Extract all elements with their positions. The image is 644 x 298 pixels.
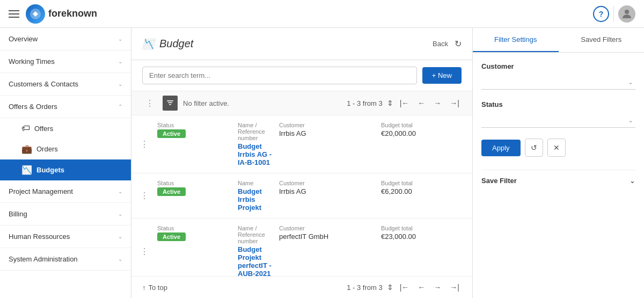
budget-label: Budget total: [381, 225, 462, 231]
status-filter-label: Status: [481, 100, 635, 108]
hamburger-menu[interactable]: [9, 10, 19, 18]
customer-label: Customer: [279, 122, 376, 128]
save-filter-section[interactable]: Save Filter ⌄: [481, 170, 635, 191]
first-page-button-bottom[interactable]: |←: [398, 282, 412, 293]
sidebar-item-overview[interactable]: Overview ⌄: [0, 28, 131, 50]
sidebar-sub-offers-label: Offers: [34, 125, 53, 133]
last-page-button[interactable]: →|: [448, 98, 462, 108]
sidebar-item-billing[interactable]: Billing ⌄: [0, 203, 131, 226]
last-page-button-bottom[interactable]: →|: [448, 282, 462, 293]
chevron-down-icon: ⌄: [630, 177, 635, 185]
name-label: Name / Reference number: [238, 225, 274, 244]
name-label: Name / Reference number: [238, 122, 274, 141]
sidebar-sub-offers[interactable]: 🏷 Offers: [0, 118, 131, 139]
chevron-down-icon: ⌄: [118, 59, 122, 64]
topbar-right: ?: [593, 5, 635, 23]
name-value[interactable]: Budget Projekt perfectIT - AUB-2021: [238, 245, 274, 276]
reset-filter-button[interactable]: ↺: [525, 139, 543, 157]
status-cell: Status Active: [157, 122, 232, 166]
sort-button-bottom[interactable]: ⇕: [387, 283, 393, 292]
pagination-text-bottom: 1 - 3 from 3: [347, 284, 382, 292]
user-avatar[interactable]: [618, 5, 635, 23]
status-badge: Active: [157, 129, 186, 138]
budget-value: €23,000.00: [381, 232, 462, 241]
status-select[interactable]: [481, 113, 635, 128]
sidebar-sub-orders-label: Orders: [36, 145, 58, 153]
name-cell: Name / Reference number Budget Irrbis AG…: [238, 122, 274, 166]
sidebar-item-human-ressources[interactable]: Human Ressources ⌄: [0, 226, 131, 248]
row-menu-button[interactable]: ⋮: [137, 245, 152, 258]
back-button[interactable]: Back: [433, 40, 448, 48]
sidebar-item-working-times[interactable]: Working Times ⌄: [0, 50, 131, 73]
help-button[interactable]: ?: [593, 6, 609, 22]
chevron-down-icon: ⌄: [118, 81, 122, 87]
chevron-up-icon: ⌃: [118, 104, 122, 110]
svg-point-1: [625, 10, 629, 14]
customer-value: perfectIT GmbH: [279, 232, 376, 241]
svg-rect-3: [168, 103, 172, 104]
search-toolbar: + New: [131, 60, 472, 91]
customer-filter-label: Customer: [481, 62, 635, 70]
sidebar-item-project-management[interactable]: Project Management ⌄: [0, 180, 131, 203]
status-label: Status: [157, 225, 232, 231]
first-page-button[interactable]: |←: [398, 98, 412, 108]
budget-cell: Budget total €20,000.00: [381, 122, 462, 166]
next-page-button-bottom[interactable]: →: [431, 282, 443, 293]
customer-cell: Customer Irrbis AG: [279, 122, 376, 166]
sort-button[interactable]: ⇕: [387, 99, 393, 107]
brand: foreknown: [26, 4, 97, 24]
page-title: Budget: [159, 38, 193, 50]
to-top-arrow-icon: ↑: [142, 284, 146, 292]
next-page-button[interactable]: →: [431, 98, 443, 108]
sidebar-item-system-administration-label: System Administration: [9, 255, 78, 263]
sidebar-item-customers-contacts-label: Customers & Contacts: [9, 80, 78, 88]
sidebar-item-working-times-label: Working Times: [9, 57, 55, 66]
customer-cell: Customer perfectIT GmbH: [279, 225, 376, 276]
name-value[interactable]: Budget Irrbis Projekt: [238, 187, 274, 212]
search-input[interactable]: [142, 67, 417, 84]
sidebar-item-offers-orders[interactable]: Offers & Orders ⌃: [0, 96, 131, 118]
name-cell: Name Budget Irrbis Projekt: [238, 180, 274, 212]
save-filter-label: Save Filter: [481, 177, 517, 185]
content-area: 📉 Budget Back ↻ + New ⋮ No filter active…: [131, 28, 472, 298]
row-content: Status Active Name Budget Irrbis Projekt…: [157, 180, 462, 212]
sidebar-item-overview-label: Overview: [9, 35, 38, 43]
status-label: Status: [157, 180, 232, 186]
pagination-text-top: 1 - 3 from 3: [347, 99, 382, 107]
customer-filter-wrapper: ⌄: [481, 75, 635, 90]
filter-bar: ⋮ No filter active. 1 - 3 from 3 ⇕ |← ← …: [131, 91, 472, 115]
row-menu-button[interactable]: ⋮: [137, 138, 152, 150]
sidebar-sub-budgets-label: Budgets: [36, 166, 64, 174]
sidebar-sub-orders[interactable]: 💼 Orders: [0, 139, 131, 159]
sidebar-item-human-ressources-label: Human Ressources: [9, 232, 70, 241]
table-area: ⋮ Status Active Name / Reference number …: [131, 115, 472, 276]
row-menu-button[interactable]: ⋮: [137, 190, 152, 202]
customer-select[interactable]: [481, 75, 635, 90]
budget-cell: Budget total €6,200.00: [381, 180, 462, 212]
sidebar-item-customers-contacts[interactable]: Customers & Contacts ⌄: [0, 73, 131, 96]
sidebar: Overview ⌄ Working Times ⌄ Customers & C…: [0, 28, 131, 298]
prev-page-button-bottom[interactable]: ←: [415, 282, 427, 293]
customer-label: Customer: [279, 180, 376, 186]
sidebar-sub-budgets[interactable]: 📉 Budgets: [0, 159, 131, 180]
prev-page-button[interactable]: ←: [415, 98, 427, 108]
main-layout: Overview ⌄ Working Times ⌄ Customers & C…: [0, 28, 644, 298]
status-badge: Active: [157, 187, 186, 196]
tab-filter-settings[interactable]: Filter Settings: [473, 28, 559, 52]
apply-button[interactable]: Apply: [481, 140, 521, 156]
filter-menu-button[interactable]: ⋮: [142, 97, 157, 110]
status-label: Status: [157, 122, 232, 128]
sidebar-item-system-administration[interactable]: System Administration ⌄: [0, 248, 131, 271]
bottom-bar: ↑ To top 1 - 3 from 3 ⇕ |← ← → →|: [131, 276, 472, 298]
new-button[interactable]: + New: [422, 67, 462, 84]
sidebar-item-project-management-label: Project Management: [9, 187, 73, 195]
table-row: ⋮ Status Active Name Budget Irrbis Proje…: [131, 173, 472, 219]
topbar-left: foreknown: [9, 4, 97, 24]
refresh-button[interactable]: ↻: [455, 39, 462, 49]
clear-filter-button[interactable]: ✕: [547, 139, 566, 157]
name-value[interactable]: Budget Irrbis AG - IA-B-1001: [238, 142, 274, 166]
tab-saved-filters[interactable]: Saved Filters: [559, 28, 645, 52]
to-top-button[interactable]: ↑ To top: [142, 284, 167, 292]
chevron-down-icon: ⌄: [118, 211, 122, 217]
status-cell: Status Active: [157, 180, 232, 212]
